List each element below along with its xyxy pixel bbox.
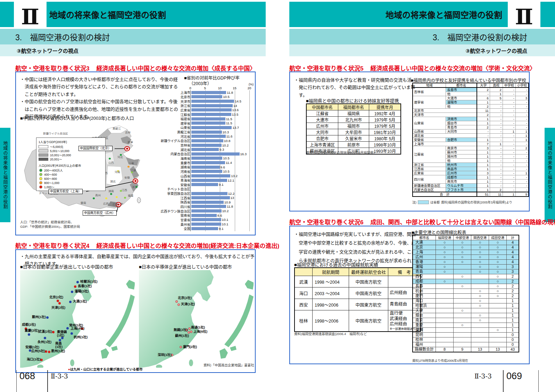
bar — [191, 100, 234, 103]
mark-cell: ○ — [454, 255, 471, 260]
value-cell: - — [515, 159, 529, 163]
bar — [191, 166, 220, 169]
legend-item: 10,001～20,000 — [39, 153, 103, 157]
region-cell: 浙江省 — [413, 163, 446, 167]
total-value: 51 — [477, 192, 490, 197]
bar — [191, 91, 226, 94]
chart-x-axis: 05101520 — [152, 86, 254, 90]
value-label: 11.5 — [225, 117, 232, 121]
carrier-cell: 中国南方航空 — [349, 276, 388, 287]
mark-cell: ○ — [454, 245, 471, 250]
mark-cell — [454, 294, 471, 299]
note-text: は九州・山口に立地する企業が進出している都市 — [70, 367, 143, 371]
bar — [191, 122, 225, 125]
chart-row: 広東省13.6 — [152, 108, 254, 112]
value-cell: 2 — [515, 146, 529, 150]
table-row: 新疆維吾爾自治区ウルムチ市1--- — [413, 184, 529, 188]
table-row: 武漢1998 ～2004中国南方航空 — [295, 276, 421, 287]
chart-row: 江西省13 — [152, 195, 254, 200]
legend-label: 800～1,000 — [44, 181, 59, 185]
city-cell: フフホト市 — [446, 188, 477, 192]
category-label: 全国 — [152, 226, 191, 231]
table-row: 西安○○2 — [413, 274, 519, 279]
value-cell: 1 — [477, 180, 490, 184]
column-header: 中部空港 — [454, 235, 471, 240]
page-edge-tab-left: 地域の将来像と福岡空港の役割 — [0, 128, 10, 222]
table-row: 広東省広州市3--1 — [413, 171, 529, 175]
cell: 福岡県 — [338, 110, 369, 117]
mark-cell — [454, 289, 471, 294]
mark-cell — [454, 269, 471, 274]
cell: 1992年 4月 — [369, 110, 401, 117]
city-label: 天津(2社) — [51, 306, 65, 309]
column-header: 福岡都市名 — [338, 104, 369, 110]
city-cell: 大同市 — [446, 130, 477, 134]
asia-map-graphic — [139, 270, 254, 368]
city-label: 杭州(1社) — [74, 335, 88, 339]
value-cell: 1 — [477, 150, 490, 155]
value-label: 10.5 — [222, 156, 230, 160]
value-cell: - — [490, 163, 503, 167]
legend-item: 800～1,000 — [39, 181, 103, 185]
region-cell: 吉林省 — [413, 87, 446, 96]
chart-row: 湖北省9.3 — [152, 147, 254, 152]
value-cell: - — [503, 175, 515, 180]
region-cell: 四川省 — [413, 175, 446, 184]
table-row: 海口2003 ～2004中国南方航空広州経由 — [295, 287, 421, 299]
comparison-table-source: 資料)JTB時刻表より作成2006年4月現在 — [412, 358, 468, 363]
table-row: 桂林1998～2006中国南方航空直行便 武漢経由 広州経由※一部運休期間あり — [295, 310, 421, 332]
cell: 1979年 5月 — [369, 123, 401, 129]
province-label: 江西 — [122, 189, 127, 191]
note-label: 注) — [412, 200, 416, 205]
mark-cell: ○ — [489, 269, 507, 274]
past-routes-caption: ■福岡空港における過去の中国線就航実績 — [294, 261, 378, 268]
chart-row: 福建省11.5 — [152, 117, 254, 121]
value-cell: 2 — [477, 113, 490, 117]
value-label: 13 — [230, 196, 234, 200]
value-cell: 1 — [477, 175, 490, 180]
value-cell: 1 — [477, 159, 490, 163]
cell: 北九州市 — [338, 117, 369, 123]
province-label: 河南 — [115, 170, 120, 173]
table-row: 深圳○1 — [413, 328, 519, 333]
city-cell: 他 — [446, 92, 477, 96]
city-dot — [69, 301, 72, 303]
column-header: 小学校 — [515, 83, 529, 87]
province-label: 福建 — [128, 194, 133, 197]
mark-cell — [436, 299, 454, 303]
city-cell: 廈門 — [413, 294, 436, 299]
mark-cell: ○ — [454, 274, 471, 279]
asia-map-graphic — [20, 270, 135, 368]
city-cell: 哈爾浜 — [413, 303, 436, 308]
value-cell: - — [490, 121, 503, 125]
axis-tick: 5 — [203, 86, 208, 90]
value-cell: 1 — [477, 121, 490, 125]
city-dot — [28, 333, 30, 336]
value-cell: 1 — [490, 92, 503, 96]
gdp-growth-bar-chart: ■省別の対前年比GDP伸び率 （2003年） (%) 05101520 上海市1… — [152, 74, 254, 233]
value-cell: - — [477, 130, 490, 134]
panel4-title-desc: 経済成長著しい中国との様々な交流の増加(経済交流:日本企業の進出) — [96, 243, 279, 249]
total-value: 9 — [454, 347, 471, 352]
airport-comparison-table: 都市名福岡空港中部空港関西空港成田空港計大連○○○○4北京○○○○4上海○○○○… — [412, 235, 519, 352]
city-label: 長春(1社) — [78, 284, 92, 288]
value-cell: - — [515, 109, 529, 113]
value-label: 9.6 — [220, 165, 225, 169]
city-cell: 武漢 — [295, 276, 313, 287]
value-cell: - — [490, 130, 503, 134]
page-edge-tab-right: 地域の将来像と福岡空港の役割 — [545, 128, 555, 222]
region-cell: 山東省 — [413, 117, 446, 130]
mark-cell: ○ — [471, 255, 489, 260]
value-label: 14.5 — [234, 99, 241, 103]
table-row: 福州0 — [413, 342, 519, 347]
value-label: 10.5 — [222, 95, 230, 99]
schools-table: 地域都市名大学高校中学校小学校吉林省長春市22--他-1--遼寧省大連市65-3… — [412, 83, 529, 197]
mark-cell — [489, 323, 507, 328]
table-row: 哈爾浜○1 — [413, 303, 519, 308]
province-label: 貴州 — [95, 193, 101, 197]
mark-cell: ○ — [471, 260, 489, 265]
city-dot — [52, 331, 55, 333]
city-cell: 香港 — [413, 260, 436, 265]
cell: 合肥市 — [306, 135, 338, 142]
value-cell: 2 — [490, 87, 503, 92]
